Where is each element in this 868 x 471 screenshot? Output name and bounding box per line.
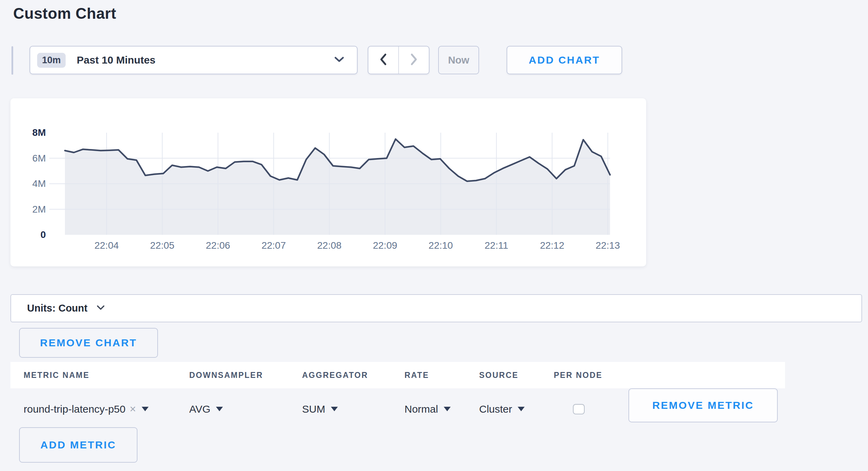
chevron-down-icon	[97, 305, 105, 312]
units-label: Units: Count	[27, 303, 87, 314]
y-axis-label: 8M	[32, 127, 46, 138]
col-header-per-node: PER NODE	[554, 371, 602, 380]
chevron-down-icon	[334, 56, 344, 64]
x-axis-label: 22:08	[317, 240, 342, 251]
next-time-button[interactable]	[398, 47, 429, 74]
downsampler-dropdown[interactable]: AVG	[189, 403, 223, 415]
x-axis-label: 22:06	[206, 240, 230, 251]
add-chart-button[interactable]: ADD CHART	[507, 46, 622, 74]
x-axis-label: 22:11	[485, 240, 508, 251]
y-axis-label: 4M	[32, 178, 46, 189]
time-pager	[368, 46, 429, 74]
y-axis-label: 6M	[32, 153, 46, 164]
x-axis-label: 22:07	[261, 240, 286, 251]
add-metric-button[interactable]: ADD METRIC	[19, 427, 137, 463]
rate-value: Normal	[404, 403, 438, 415]
per-node-checkbox[interactable]	[573, 404, 585, 414]
x-axis-label: 22:10	[428, 240, 453, 251]
x-axis-label: 22:13	[596, 240, 620, 251]
y-axis-label: 2M	[32, 204, 46, 215]
units-dropdown[interactable]: Units: Count	[10, 294, 862, 322]
remove-metric-button[interactable]: REMOVE METRIC	[628, 388, 778, 422]
metric-name-dropdown[interactable]: round-trip-latency-p50 ×	[24, 403, 149, 415]
aggregator-dropdown[interactable]: SUM	[302, 403, 338, 415]
x-axis-label: 22:04	[94, 240, 119, 251]
x-axis-label: 22:09	[373, 240, 397, 251]
caret-down-icon	[142, 407, 149, 411]
col-header-downsampler: DOWNSAMPLER	[189, 371, 263, 380]
series-area-fill	[65, 139, 610, 235]
metrics-table-header: METRIC NAME DOWNSAMPLER AGGREGATOR RATE …	[10, 362, 785, 388]
source-dropdown[interactable]: Cluster	[479, 403, 525, 415]
x-axis-label: 22:12	[540, 240, 564, 251]
aggregator-value: SUM	[302, 403, 325, 415]
caret-down-icon	[444, 407, 451, 411]
source-value: Cluster	[479, 403, 512, 415]
col-header-aggregator: AGGREGATOR	[302, 371, 368, 380]
caret-down-icon	[216, 407, 223, 411]
col-header-metric-name: METRIC NAME	[24, 371, 90, 380]
caret-down-icon	[331, 407, 338, 411]
downsampler-value: AVG	[189, 403, 210, 415]
col-header-source: SOURCE	[479, 371, 518, 380]
toolbar-divider	[11, 46, 13, 75]
prev-time-button[interactable]	[368, 47, 398, 74]
page-title: Custom Chart	[13, 5, 116, 22]
chevron-left-icon	[379, 53, 387, 67]
x-axis-label: 22:05	[150, 240, 174, 251]
now-button[interactable]: Now	[438, 46, 479, 74]
clear-metric-icon[interactable]: ×	[130, 403, 136, 415]
caret-down-icon	[518, 407, 525, 411]
time-range-badge: 10m	[37, 53, 66, 68]
y-axis-label: 0	[40, 229, 46, 240]
col-header-rate: RATE	[404, 371, 429, 380]
metric-name-value: round-trip-latency-p50	[24, 403, 125, 415]
time-range-dropdown[interactable]: 10m Past 10 Minutes	[30, 46, 358, 74]
time-range-label: Past 10 Minutes	[77, 54, 156, 66]
chevron-right-icon	[410, 53, 418, 67]
remove-chart-button[interactable]: REMOVE CHART	[19, 328, 158, 358]
chart-card: 02M4M6M8M22:0422:0522:0622:0722:0822:092…	[10, 98, 646, 266]
rate-dropdown[interactable]: Normal	[404, 403, 451, 415]
timeseries-chart: 02M4M6M8M22:0422:0522:0622:0722:0822:092…	[10, 98, 646, 266]
